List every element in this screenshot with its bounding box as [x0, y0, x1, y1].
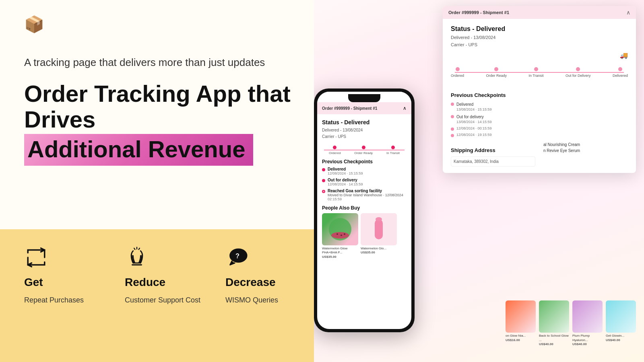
mobile-titlebar: Order #999999 - Shipment #1 ∧ [317, 102, 411, 114]
ps-price-1: US$16.00 [506, 338, 536, 342]
ds-cp-title: Out for delivery [456, 114, 492, 120]
ds-cp-content: Out for delivery 13/08/2024 · 14:15:59 [456, 114, 492, 124]
right-content: Order #999999 - Shipment #1 ∧ Status - D… [314, 0, 644, 362]
svg-rect-11 [375, 219, 383, 239]
question-chat-icon: ? [225, 245, 250, 269]
ds-cp-dot [451, 115, 454, 118]
ps-price-2: US$40.00 [539, 342, 569, 346]
ds-cp-dot [451, 134, 454, 137]
ps-img-2 [539, 300, 569, 333]
ds-product-eye: n Revive Eye Serum [543, 148, 628, 153]
mobile-cp-3-title: Reached Goa sorting facility [328, 189, 403, 193]
feature-wismo: ? Decrease WISMO Queries [225, 245, 306, 305]
mobile-cp-2-title: Out for delivery [328, 178, 363, 182]
ds-address: Karnataka, 389302, India [451, 156, 535, 167]
mobile-cp-3-time: 02:15:59 [328, 197, 403, 201]
ds-cp-title: Delivered [456, 101, 492, 107]
mobile-product-1: Watermelon Glow PHA+BHA P... US$35.00 [322, 213, 358, 259]
mobile-meta: Delivered - 13/08/2024 Carrier - UPS [322, 127, 407, 140]
handshake-icon [125, 245, 149, 269]
feature-support: Reduce Customer Support Cost [125, 245, 205, 305]
mobile-cp-2-content: Out for delivery 12/08/2024 · 14:15:59 [328, 178, 363, 186]
mobile-dot-circle [333, 146, 336, 149]
repeat-icon [24, 245, 48, 269]
ps-name-3: Plum Plump Hyaluron... [572, 334, 603, 342]
svg-line-1 [139, 248, 140, 249]
ds-cp-content: 12/08/2024 · 19:15:59 [456, 133, 492, 137]
ds-shipping-section: Shipping Address Karnataka, 389302, Indi… [451, 142, 535, 167]
ds-checkpoint-2: Out for delivery 13/08/2024 · 14:15:59 [451, 114, 628, 124]
svg-point-7 [336, 233, 338, 235]
mobile-delivered-date: Delivered - 13/08/2024 [322, 127, 407, 134]
ds-cp-time: 12/08/2024 · 19:15:59 [456, 133, 492, 137]
headline-line1: Order Tracking App that Drives [24, 81, 306, 132]
mobile-dot-circle [391, 146, 395, 149]
mobile-tracker-dots: Ordered Order Ready In Transit [322, 146, 407, 155]
ps-img-3 [572, 300, 603, 333]
page-wrapper: 📦 A tracking page that delivers more tha… [0, 0, 644, 362]
mobile-dot-label: In Transit [386, 151, 400, 155]
mobile-tracker: Ordered Order Ready In Transit [322, 146, 407, 155]
ds-cp-time: 13/08/2024 · 15:15:59 [456, 107, 492, 111]
ds-dot-ordered: Ordered [451, 67, 464, 78]
mobile-products: Watermelon Glow PHA+BHA P... US$35.00 [322, 213, 407, 259]
mobile-dot-transit: In Transit [386, 146, 400, 155]
ds-dot-label: Out for Delivery [566, 74, 591, 78]
ds-checkpoint-4: 12/08/2024 · 19:15:59 [451, 133, 628, 137]
logo-icon: 📦 [24, 16, 48, 40]
mobile-content: Order #999999 - Shipment #1 ∧ Status - D… [317, 102, 411, 328]
svg-point-8 [341, 234, 342, 236]
ds-titlebar: Order #999999 - Shipment #1 ∧ [443, 6, 636, 19]
mobile-inner: Order #999999 - Shipment #1 ∧ Status - D… [317, 92, 411, 329]
mobile-dot-ready: Order Ready [354, 146, 373, 155]
feature-repeat: Get Repeat Purchases [24, 245, 105, 305]
mobile-cp-1-time: 12/08/2024 · 15:15:59 [328, 171, 363, 175]
ds-shipping-title: Shipping Address [451, 147, 535, 153]
product-strip: on Glow Nia... US$16.00 Back to School G… [506, 300, 636, 346]
ds-product-nourishing: al Nourishing Cream [543, 142, 628, 147]
headline-line2: Additional Revenue [27, 136, 245, 162]
features-strip: Get Repeat Purchases [0, 229, 330, 362]
feature-desc-repeat: Repeat Purchases [24, 295, 84, 305]
mobile-cp-2-time: 12/08/2024 · 14:15:59 [328, 182, 363, 186]
mobile-cp-1-title: Delivered [328, 167, 363, 171]
headline-highlight: Additional Revenue [24, 134, 253, 166]
ds-cp-content: Delivered 13/08/2024 · 15:15:59 [456, 101, 492, 111]
ds-dot-circle [534, 67, 538, 71]
ds-dot-out: Out for Delivery [566, 67, 591, 78]
ds-dot-circle [618, 67, 622, 71]
ds-dot-transit: In Transit [528, 67, 543, 78]
mobile-product-price-1: US$35.00 [322, 255, 358, 259]
feature-desc-support: Customer Support Cost [125, 295, 200, 305]
ps-price-4: US$40.00 [606, 338, 636, 342]
mobile-notch [348, 94, 380, 102]
ds-cp-time: 12/08/2024 · 00:15:59 [456, 126, 492, 130]
mobile-cp-3-content: Reached Goa sorting facility Moved to Di… [328, 189, 403, 201]
ds-delivered-date: Delivered - 13/08/2024 [451, 34, 628, 41]
ds-cp-content: 12/08/2024 · 00:15:59 [456, 126, 492, 130]
mobile-dot-ordered: Ordered [329, 146, 341, 155]
mobile-carrier: Carrier - UPS [322, 134, 407, 140]
mobile-dot-label: Ordered [329, 151, 341, 155]
headline-block: Order Tracking App that Drives Additiona… [24, 81, 306, 166]
mobile-screenshot: Order #999999 - Shipment #1 ∧ Status - D… [314, 88, 415, 332]
mobile-cp-3: Reached Goa sorting facility Moved to Di… [322, 189, 407, 201]
mobile-cp-3-sub: Moved to Divar Island Warehouse · 12/08/… [328, 193, 403, 197]
ds-dot-label: Delivered [613, 74, 628, 78]
ds-dot-label: Order Ready [486, 74, 507, 78]
ds-dot-ready: Order Ready [486, 67, 507, 78]
ds-bottom-row: Shipping Address Karnataka, 389302, Indi… [451, 142, 628, 167]
feature-action-repeat: Get [24, 276, 43, 289]
mobile-cp-1-content: Delivered 12/08/2024 · 15:15:59 [328, 167, 363, 175]
mobile-dot-circle [362, 146, 365, 149]
ds-dot-label: Ordered [451, 74, 464, 78]
svg-text:?: ? [235, 252, 239, 259]
mobile-dot-label: Order Ready [354, 151, 373, 155]
tagline: A tracking page that delivers more than … [24, 56, 306, 69]
mobile-title: Order #999999 - Shipment #1 [322, 106, 377, 111]
ds-cp-time: 13/08/2024 · 14:15:59 [456, 120, 492, 124]
ds-tracker: Ordered Order Ready In Transit Out [451, 67, 628, 87]
ps-img-1 [506, 300, 536, 333]
ds-checkpoint-1: Delivered 13/08/2024 · 15:15:59 [451, 101, 628, 111]
ps-card-4: Get Glowin... US$40.00 [606, 300, 636, 346]
